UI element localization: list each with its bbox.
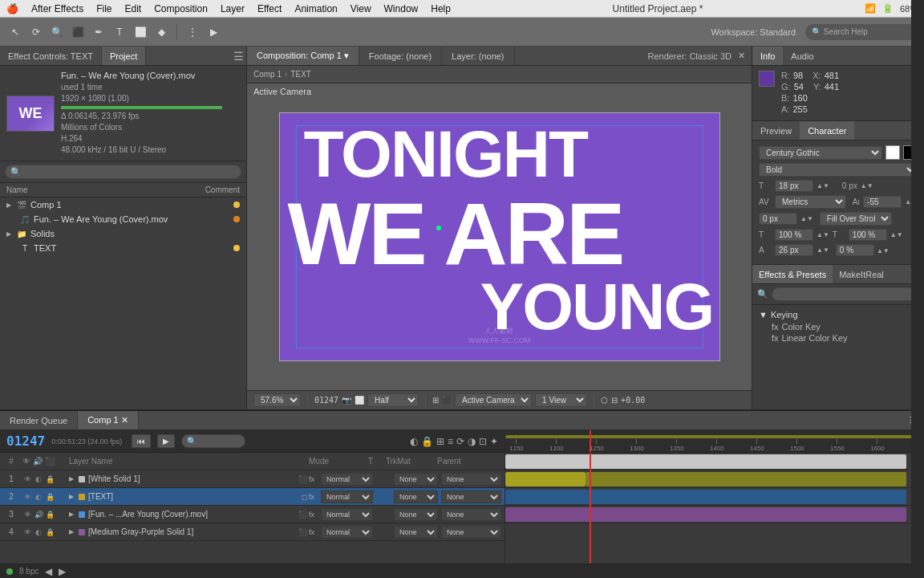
parent-dropdown-1[interactable]: None bbox=[441, 473, 501, 486]
tool-shape[interactable]: ⬜ bbox=[132, 23, 149, 41]
menu-window[interactable]: Window bbox=[384, 3, 419, 14]
lock-icon[interactable]: 🔒 bbox=[421, 436, 433, 447]
expand-layer-2[interactable]: ▶ bbox=[69, 493, 74, 500]
menu-view[interactable]: View bbox=[351, 3, 371, 14]
trk-dropdown-3[interactable]: None bbox=[394, 508, 438, 521]
goto-time-button[interactable]: ⏮ bbox=[132, 434, 151, 448]
tab-project[interactable]: Project bbox=[102, 47, 146, 65]
quality-dropdown[interactable]: Half Full Quarter bbox=[367, 393, 419, 407]
tool-camera[interactable]: ⬛ bbox=[69, 23, 87, 41]
main-timecode[interactable]: 01247 bbox=[6, 434, 45, 449]
track-bar-2a[interactable] bbox=[505, 472, 586, 486]
track-bar-2b[interactable] bbox=[586, 472, 906, 486]
tool-puppet[interactable]: ◆ bbox=[152, 23, 170, 41]
track-bar-1[interactable] bbox=[505, 454, 906, 469]
mode-dropdown-4[interactable]: Normal bbox=[321, 526, 373, 539]
project-search-input[interactable] bbox=[5, 165, 241, 179]
view-count-dropdown[interactable]: 1 View 2 Views 4 Views bbox=[535, 393, 587, 407]
tool-text[interactable]: T bbox=[111, 23, 128, 41]
fill-type-dropdown[interactable]: Fill Over Stroke bbox=[820, 212, 892, 226]
menu-file[interactable]: File bbox=[96, 3, 111, 14]
project-item-text[interactable]: T TEXT bbox=[0, 241, 246, 255]
tab-effect-controls[interactable]: Effect Controls: TEXT bbox=[0, 47, 102, 65]
tab-audio[interactable]: Audio bbox=[783, 47, 821, 65]
eye-icon-2[interactable]: 👁 bbox=[22, 492, 32, 502]
font-style-dropdown[interactable]: Bold bbox=[759, 163, 918, 177]
baseline-shift-input[interactable] bbox=[775, 244, 813, 256]
solo-icon[interactable]: ◐ bbox=[410, 436, 418, 447]
apple-menu[interactable]: 🍎 bbox=[6, 3, 18, 14]
parent-dropdown-4[interactable]: None bbox=[441, 526, 501, 539]
layer-row-2[interactable]: 2 👁 ◐ 🔒 ▶ [TEXT] ◻ fx Norma bbox=[0, 488, 505, 506]
menu-animation[interactable]: Animation bbox=[294, 3, 337, 14]
camera-view-dropdown[interactable]: Active Camera Top Front bbox=[455, 393, 532, 407]
expand-layer-1[interactable]: ▶ bbox=[69, 475, 74, 482]
lock-icon-3[interactable]: 🔒 bbox=[45, 510, 55, 519]
tab-character[interactable]: Character bbox=[800, 121, 854, 140]
close-icon[interactable]: ✕ bbox=[738, 51, 745, 61]
expand-layer-4[interactable]: ▶ bbox=[69, 528, 74, 535]
frame-blend-icon[interactable]: ⊡ bbox=[479, 436, 487, 447]
layer-row-4[interactable]: 4 👁 ◐ 🔒 ▶ [Medium Gray-Purple Solid 1] ⬛… bbox=[0, 523, 505, 541]
switch-icon[interactable]: ⟳ bbox=[456, 436, 464, 447]
props-icon[interactable]: ≡ bbox=[448, 436, 453, 447]
trk-dropdown-2[interactable]: None bbox=[394, 490, 438, 503]
tab-comp1-timeline[interactable]: Comp 1 ✕ bbox=[78, 411, 139, 429]
comp-tab-footage[interactable]: Footage: (none) bbox=[359, 47, 442, 65]
color-key-effect[interactable]: fx Color Key bbox=[759, 321, 918, 332]
project-item-comp1[interactable]: ▶ 🎬 Comp 1 bbox=[0, 197, 246, 212]
composition-canvas[interactable]: TONIGHT WE ARE YOUNG 人人素材WWW.FF-SC.COM bbox=[279, 112, 720, 361]
layer-row-3[interactable]: 3 👁 🔊 🔒 ▶ [Fun. – ...Are Young (Cover).m… bbox=[0, 506, 505, 523]
playhead[interactable] bbox=[590, 430, 591, 452]
trk-dropdown-1[interactable]: None bbox=[394, 473, 438, 486]
collapse-panels-btn[interactable]: ▶ bbox=[59, 566, 66, 577]
kerning-dropdown[interactable]: Metrics bbox=[775, 195, 846, 209]
keying-group-header[interactable]: ▼ Keying bbox=[759, 310, 918, 320]
parent-dropdown-2[interactable]: None bbox=[441, 490, 501, 503]
menu-edit[interactable]: Edit bbox=[124, 3, 141, 14]
track-bar-4[interactable] bbox=[505, 507, 906, 522]
track-scrollbar[interactable] bbox=[911, 430, 924, 564]
eye-icon-3[interactable]: 👁 bbox=[22, 510, 32, 519]
fill-color-swatch[interactable] bbox=[886, 145, 900, 160]
skew-input[interactable] bbox=[836, 244, 874, 256]
tool-pen[interactable]: ✒ bbox=[90, 23, 107, 41]
tsz-x-input[interactable] bbox=[775, 229, 813, 241]
lock-icon-1[interactable]: 🔒 bbox=[45, 474, 55, 484]
audio-icon-3[interactable]: 🔊 bbox=[34, 510, 43, 519]
timeline-search-input[interactable] bbox=[181, 434, 245, 448]
project-item-solids[interactable]: ▶ 📁 Solids bbox=[0, 226, 246, 241]
mode-dropdown-3[interactable]: Normal bbox=[321, 508, 373, 521]
breadcrumb-text[interactable]: TEXT bbox=[290, 70, 311, 79]
tab-makeitreal[interactable]: MakeItReal bbox=[833, 265, 890, 283]
tab-preview[interactable]: Preview bbox=[752, 121, 800, 140]
motion-blur-icon[interactable]: ◑ bbox=[468, 436, 476, 447]
tracking-input[interactable] bbox=[863, 196, 902, 208]
mode-dropdown-1[interactable]: Normal bbox=[321, 473, 373, 486]
lock-icon-4[interactable]: 🔒 bbox=[45, 527, 55, 537]
expand-layer-3[interactable]: ▶ bbox=[69, 511, 74, 518]
menu-after-effects[interactable]: After Effects bbox=[31, 3, 83, 14]
solo-icon-2[interactable]: ◐ bbox=[34, 492, 43, 502]
tab-effects-presets[interactable]: Effects & Presets bbox=[752, 265, 833, 283]
eye-icon-1[interactable]: 👁 bbox=[22, 474, 32, 484]
project-item-video[interactable]: 🎵 Fun. – We Are Young (Cover).mov bbox=[0, 212, 246, 226]
live-update-icon[interactable]: ✦ bbox=[490, 436, 498, 447]
comp-tab-layer[interactable]: Layer: (none) bbox=[442, 47, 514, 65]
tool-selection[interactable]: ↖ bbox=[6, 23, 24, 41]
solo-icon-1[interactable]: ◐ bbox=[34, 474, 43, 484]
breadcrumb-comp1[interactable]: Comp 1 bbox=[253, 70, 282, 79]
linear-color-key-effect[interactable]: fx Linear Color Key bbox=[759, 332, 918, 344]
track-bar-3[interactable] bbox=[505, 490, 906, 504]
trk-dropdown-4[interactable]: None bbox=[394, 526, 438, 539]
expand-panels-btn[interactable]: ◀ bbox=[45, 566, 52, 577]
zoom-dropdown[interactable]: 57.6% 100% 50% bbox=[253, 393, 301, 407]
effects-search-input[interactable]: color ke bbox=[772, 287, 919, 301]
search-help[interactable]: 🔍 Search Help bbox=[805, 24, 918, 40]
tab-info[interactable]: Info bbox=[752, 47, 783, 65]
panel-menu-icon[interactable]: ☰ bbox=[230, 47, 246, 65]
menu-layer[interactable]: Layer bbox=[221, 3, 245, 14]
lock-icon-2[interactable]: 🔒 bbox=[45, 492, 55, 502]
tool-preview[interactable]: ▶ bbox=[205, 23, 222, 41]
font-size-input[interactable] bbox=[775, 180, 813, 192]
